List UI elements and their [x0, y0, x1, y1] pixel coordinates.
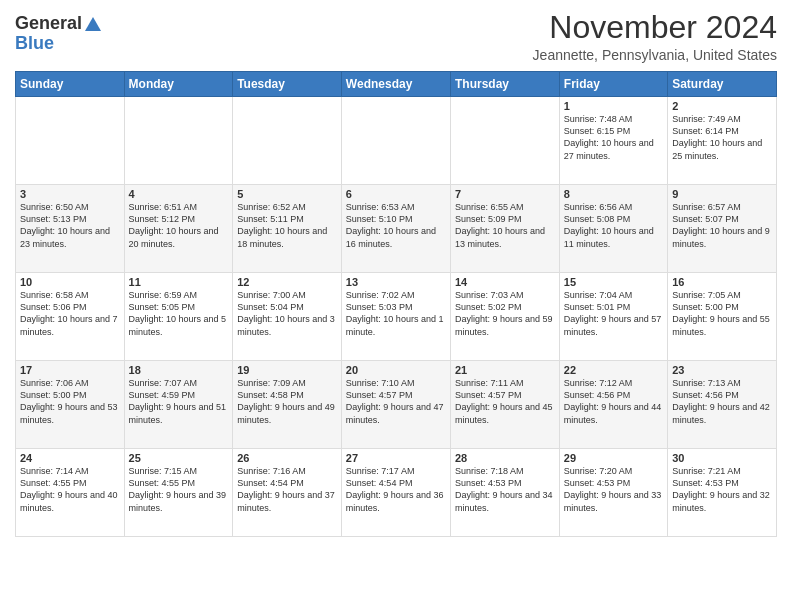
day-info: Sunrise: 6:56 AM Sunset: 5:08 PM Dayligh… [564, 201, 663, 250]
day-info: Sunrise: 7:02 AM Sunset: 5:03 PM Dayligh… [346, 289, 446, 338]
calendar-cell: 25Sunrise: 7:15 AM Sunset: 4:55 PM Dayli… [124, 449, 233, 537]
calendar-cell [341, 97, 450, 185]
calendar-cell: 18Sunrise: 7:07 AM Sunset: 4:59 PM Dayli… [124, 361, 233, 449]
day-of-week-header: Tuesday [233, 72, 342, 97]
day-info: Sunrise: 6:59 AM Sunset: 5:05 PM Dayligh… [129, 289, 229, 338]
day-info: Sunrise: 7:20 AM Sunset: 4:53 PM Dayligh… [564, 465, 663, 514]
day-info: Sunrise: 7:03 AM Sunset: 5:02 PM Dayligh… [455, 289, 555, 338]
day-number: 27 [346, 452, 446, 464]
week-row: 10Sunrise: 6:58 AM Sunset: 5:06 PM Dayli… [16, 273, 777, 361]
day-info: Sunrise: 7:21 AM Sunset: 4:53 PM Dayligh… [672, 465, 772, 514]
day-info: Sunrise: 6:52 AM Sunset: 5:11 PM Dayligh… [237, 201, 337, 250]
day-of-week-header: Sunday [16, 72, 125, 97]
calendar-cell: 9Sunrise: 6:57 AM Sunset: 5:07 PM Daylig… [668, 185, 777, 273]
calendar-cell: 3Sunrise: 6:50 AM Sunset: 5:13 PM Daylig… [16, 185, 125, 273]
calendar-cell: 15Sunrise: 7:04 AM Sunset: 5:01 PM Dayli… [559, 273, 667, 361]
day-info: Sunrise: 6:51 AM Sunset: 5:12 PM Dayligh… [129, 201, 229, 250]
day-number: 1 [564, 100, 663, 112]
day-number: 19 [237, 364, 337, 376]
calendar-table: SundayMondayTuesdayWednesdayThursdayFrid… [15, 71, 777, 537]
week-row: 3Sunrise: 6:50 AM Sunset: 5:13 PM Daylig… [16, 185, 777, 273]
day-of-week-header: Saturday [668, 72, 777, 97]
logo-icon [84, 15, 102, 33]
day-number: 16 [672, 276, 772, 288]
day-number: 11 [129, 276, 229, 288]
calendar-cell: 12Sunrise: 7:00 AM Sunset: 5:04 PM Dayli… [233, 273, 342, 361]
week-row: 24Sunrise: 7:14 AM Sunset: 4:55 PM Dayli… [16, 449, 777, 537]
page-header: General Blue November 2024 Jeannette, Pe… [15, 10, 777, 63]
day-info: Sunrise: 7:11 AM Sunset: 4:57 PM Dayligh… [455, 377, 555, 426]
svg-marker-0 [85, 17, 101, 31]
calendar-cell: 5Sunrise: 6:52 AM Sunset: 5:11 PM Daylig… [233, 185, 342, 273]
week-row: 1Sunrise: 7:48 AM Sunset: 6:15 PM Daylig… [16, 97, 777, 185]
day-number: 8 [564, 188, 663, 200]
day-number: 21 [455, 364, 555, 376]
calendar-cell: 14Sunrise: 7:03 AM Sunset: 5:02 PM Dayli… [450, 273, 559, 361]
day-number: 17 [20, 364, 120, 376]
days-of-week-row: SundayMondayTuesdayWednesdayThursdayFrid… [16, 72, 777, 97]
calendar-header: SundayMondayTuesdayWednesdayThursdayFrid… [16, 72, 777, 97]
calendar-cell: 10Sunrise: 6:58 AM Sunset: 5:06 PM Dayli… [16, 273, 125, 361]
day-info: Sunrise: 7:04 AM Sunset: 5:01 PM Dayligh… [564, 289, 663, 338]
day-of-week-header: Wednesday [341, 72, 450, 97]
calendar-cell [233, 97, 342, 185]
week-row: 17Sunrise: 7:06 AM Sunset: 5:00 PM Dayli… [16, 361, 777, 449]
day-number: 24 [20, 452, 120, 464]
calendar-cell: 27Sunrise: 7:17 AM Sunset: 4:54 PM Dayli… [341, 449, 450, 537]
day-info: Sunrise: 7:06 AM Sunset: 5:00 PM Dayligh… [20, 377, 120, 426]
day-number: 22 [564, 364, 663, 376]
location-title: Jeannette, Pennsylvania, United States [533, 47, 777, 63]
day-number: 18 [129, 364, 229, 376]
calendar-cell: 19Sunrise: 7:09 AM Sunset: 4:58 PM Dayli… [233, 361, 342, 449]
logo-blue-text: Blue [15, 34, 54, 54]
day-number: 26 [237, 452, 337, 464]
day-number: 23 [672, 364, 772, 376]
day-number: 14 [455, 276, 555, 288]
logo-general-text: General [15, 14, 82, 34]
calendar-cell [16, 97, 125, 185]
month-title: November 2024 [533, 10, 777, 45]
calendar-cell: 16Sunrise: 7:05 AM Sunset: 5:00 PM Dayli… [668, 273, 777, 361]
calendar-cell: 22Sunrise: 7:12 AM Sunset: 4:56 PM Dayli… [559, 361, 667, 449]
day-info: Sunrise: 7:10 AM Sunset: 4:57 PM Dayligh… [346, 377, 446, 426]
day-number: 13 [346, 276, 446, 288]
day-info: Sunrise: 7:48 AM Sunset: 6:15 PM Dayligh… [564, 113, 663, 162]
day-of-week-header: Friday [559, 72, 667, 97]
day-number: 6 [346, 188, 446, 200]
calendar-cell: 6Sunrise: 6:53 AM Sunset: 5:10 PM Daylig… [341, 185, 450, 273]
day-info: Sunrise: 7:05 AM Sunset: 5:00 PM Dayligh… [672, 289, 772, 338]
day-number: 28 [455, 452, 555, 464]
calendar-cell: 23Sunrise: 7:13 AM Sunset: 4:56 PM Dayli… [668, 361, 777, 449]
calendar-cell: 30Sunrise: 7:21 AM Sunset: 4:53 PM Dayli… [668, 449, 777, 537]
calendar-cell: 20Sunrise: 7:10 AM Sunset: 4:57 PM Dayli… [341, 361, 450, 449]
day-info: Sunrise: 7:13 AM Sunset: 4:56 PM Dayligh… [672, 377, 772, 426]
calendar-body: 1Sunrise: 7:48 AM Sunset: 6:15 PM Daylig… [16, 97, 777, 537]
day-info: Sunrise: 7:16 AM Sunset: 4:54 PM Dayligh… [237, 465, 337, 514]
calendar-cell: 8Sunrise: 6:56 AM Sunset: 5:08 PM Daylig… [559, 185, 667, 273]
calendar-cell: 2Sunrise: 7:49 AM Sunset: 6:14 PM Daylig… [668, 97, 777, 185]
title-block: November 2024 Jeannette, Pennsylvania, U… [533, 10, 777, 63]
page-container: General Blue November 2024 Jeannette, Pe… [0, 0, 792, 552]
day-info: Sunrise: 6:53 AM Sunset: 5:10 PM Dayligh… [346, 201, 446, 250]
day-number: 12 [237, 276, 337, 288]
day-info: Sunrise: 6:58 AM Sunset: 5:06 PM Dayligh… [20, 289, 120, 338]
calendar-cell: 21Sunrise: 7:11 AM Sunset: 4:57 PM Dayli… [450, 361, 559, 449]
day-of-week-header: Thursday [450, 72, 559, 97]
day-number: 4 [129, 188, 229, 200]
calendar-cell: 29Sunrise: 7:20 AM Sunset: 4:53 PM Dayli… [559, 449, 667, 537]
calendar-cell [124, 97, 233, 185]
calendar-cell: 7Sunrise: 6:55 AM Sunset: 5:09 PM Daylig… [450, 185, 559, 273]
day-number: 5 [237, 188, 337, 200]
day-number: 10 [20, 276, 120, 288]
day-number: 7 [455, 188, 555, 200]
day-info: Sunrise: 6:50 AM Sunset: 5:13 PM Dayligh… [20, 201, 120, 250]
calendar-cell: 1Sunrise: 7:48 AM Sunset: 6:15 PM Daylig… [559, 97, 667, 185]
logo: General Blue [15, 10, 102, 54]
day-info: Sunrise: 6:55 AM Sunset: 5:09 PM Dayligh… [455, 201, 555, 250]
day-info: Sunrise: 6:57 AM Sunset: 5:07 PM Dayligh… [672, 201, 772, 250]
day-info: Sunrise: 7:00 AM Sunset: 5:04 PM Dayligh… [237, 289, 337, 338]
day-info: Sunrise: 7:14 AM Sunset: 4:55 PM Dayligh… [20, 465, 120, 514]
calendar-cell: 11Sunrise: 6:59 AM Sunset: 5:05 PM Dayli… [124, 273, 233, 361]
day-info: Sunrise: 7:15 AM Sunset: 4:55 PM Dayligh… [129, 465, 229, 514]
day-info: Sunrise: 7:18 AM Sunset: 4:53 PM Dayligh… [455, 465, 555, 514]
